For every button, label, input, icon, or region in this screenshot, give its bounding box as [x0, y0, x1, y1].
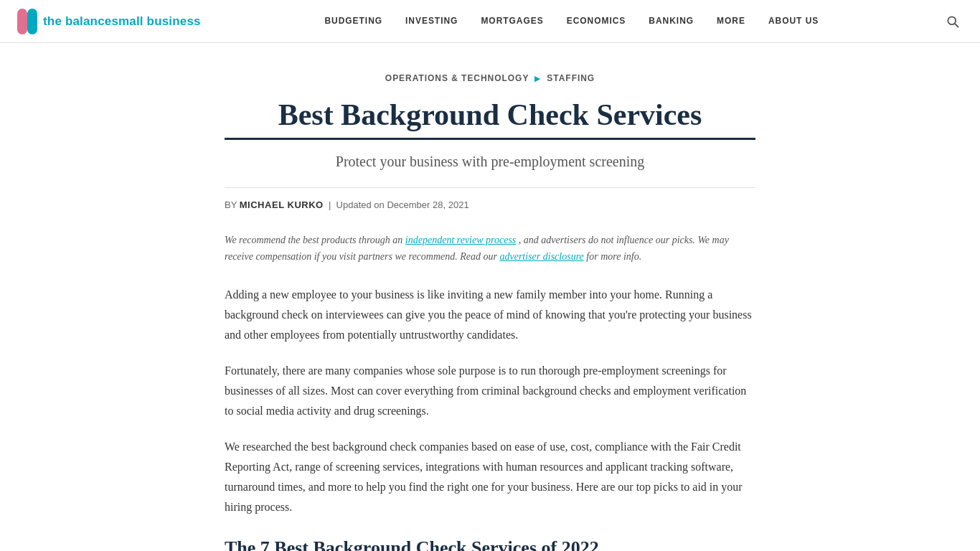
- article-title-wrapper: Best Background Check Services: [225, 97, 755, 139]
- disclaimer-end: for more info.: [586, 251, 641, 262]
- svg-rect-0: [17, 9, 27, 34]
- title-underline: [225, 138, 755, 140]
- logo-icon: [17, 9, 37, 34]
- independent-review-link[interactable]: independent review process: [405, 235, 516, 245]
- updated-date: Updated on December 28, 2021: [336, 199, 469, 210]
- main-nav: BUDGETING INVESTING MORTGAGES ECONOMICS …: [324, 14, 819, 28]
- body-paragraph-2: Fortunately, there are many companies wh…: [225, 361, 755, 421]
- logo-text: the balancesmall business: [43, 11, 201, 31]
- search-button[interactable]: [943, 11, 963, 32]
- article-body: Adding a new employee to your business i…: [225, 285, 755, 517]
- body-paragraph-1: Adding a new employee to your business i…: [225, 285, 755, 345]
- nav-item-economics[interactable]: ECONOMICS: [567, 14, 626, 28]
- svg-line-3: [955, 23, 958, 27]
- disclaimer: We recommend the best products through a…: [225, 232, 755, 265]
- logo-text-regular: the balance: [43, 14, 111, 28]
- article-subtitle: Protect your business with pre-employmen…: [225, 150, 755, 173]
- nav-item-investing[interactable]: INVESTING: [405, 14, 458, 28]
- breadcrumb-parent[interactable]: OPERATIONS & TECHNOLOGY: [385, 72, 529, 85]
- byline: BY MICHAEL KURKO | Updated on December 2…: [225, 187, 755, 213]
- site-header: the balancesmall business BUDGETING INVE…: [0, 0, 980, 43]
- body-paragraph-3: We researched the best background check …: [225, 437, 755, 517]
- article-title: Best Background Check Services: [278, 98, 702, 136]
- nav-item-mortgages[interactable]: MORTGAGES: [481, 14, 543, 28]
- advertiser-disclosure-link[interactable]: advertiser disclosure: [499, 251, 583, 262]
- svg-rect-1: [27, 9, 37, 34]
- nav-item-banking[interactable]: BANKING: [649, 14, 694, 28]
- site-logo[interactable]: the balancesmall business: [17, 9, 201, 34]
- breadcrumb: OPERATIONS & TECHNOLOGY ▶ STAFFING: [225, 72, 755, 85]
- breadcrumb-separator: ▶: [534, 73, 541, 85]
- breadcrumb-current: STAFFING: [547, 72, 595, 85]
- author-link[interactable]: MICHAEL KURKO: [240, 199, 324, 210]
- nav-item-about-us[interactable]: ABOUT US: [768, 14, 819, 28]
- disclaimer-text-1: We recommend the best products through a…: [225, 235, 402, 245]
- main-content: OPERATIONS & TECHNOLOGY ▶ STAFFING Best …: [210, 43, 770, 551]
- logo-text-bold: small business: [111, 14, 200, 28]
- byline-prefix: BY: [225, 199, 237, 210]
- section-heading: The 7 Best Background Check Services of …: [225, 533, 755, 551]
- search-icon: [946, 14, 960, 29]
- nav-item-more[interactable]: MORE: [717, 14, 745, 28]
- nav-item-budgeting[interactable]: BUDGETING: [324, 14, 382, 28]
